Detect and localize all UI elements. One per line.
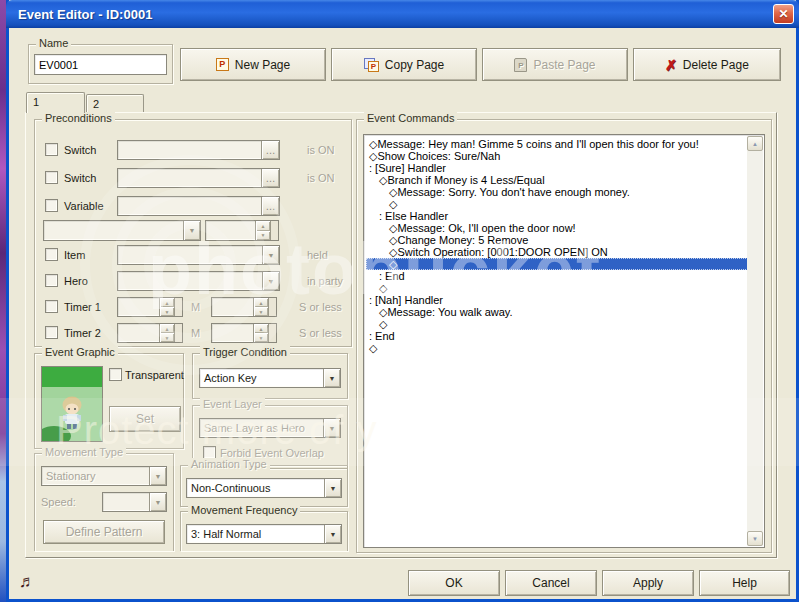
command-line[interactable]: ◇Message: Sorry. You don't have enough m… (366, 186, 746, 198)
timer2-minutes-label: M (191, 327, 200, 339)
timer2-seconds-spin-buttons[interactable]: ▲▼ (253, 324, 268, 342)
command-line[interactable]: ◇ (366, 258, 762, 270)
speed-dropdown-icon[interactable]: ▼ (149, 493, 166, 511)
timer2-label: Timer 2 (64, 327, 101, 339)
movement-type-dropdown-icon[interactable]: ▼ (149, 467, 166, 485)
event-commands-group: Event Commands ◇Message: Hey man! Gimme … (356, 119, 772, 553)
switch1-field[interactable]: … (117, 140, 280, 160)
event-layer-combo[interactable]: Same Layer as Hero ▼ (199, 418, 341, 438)
variable-label: Variable (64, 200, 104, 212)
apply-button[interactable]: Apply (602, 570, 694, 596)
copy-page-label: Copy Page (385, 58, 444, 72)
command-line[interactable]: : [Sure] Handler (366, 162, 746, 174)
delete-page-button[interactable]: ✗ Delete Page (633, 48, 781, 81)
copy-page-icon: P (364, 58, 379, 72)
movement-frequency-combo[interactable]: 3: Half Normal ▼ (186, 524, 342, 544)
command-line[interactable]: ◇Message: You walk away. (366, 306, 746, 318)
hero-combo[interactable]: ▼ (117, 271, 280, 291)
movement-type-combo[interactable]: Stationary ▼ (41, 466, 167, 486)
switch2-checkbox[interactable] (45, 171, 58, 184)
hero-dropdown-icon[interactable]: ▼ (262, 272, 279, 290)
help-button[interactable]: Help (699, 570, 790, 596)
transparent-label: Transparent (125, 369, 184, 381)
switch2-field[interactable]: … (117, 168, 280, 188)
timer2-suffix: S or less (299, 327, 342, 339)
event-graphic-preview[interactable] (41, 366, 103, 442)
timer2-checkbox[interactable] (45, 326, 58, 339)
command-line[interactable]: ◇Message: Hey man! Gimme 5 coins and I'l… (366, 138, 746, 150)
command-line[interactable]: ◇Message: Ok, I'll open the door now! (366, 222, 746, 234)
variable-condition-combo[interactable]: ▼ (43, 220, 201, 241)
transparent-checkbox[interactable] (109, 368, 122, 381)
timer1-seconds-spin-buttons[interactable]: ▲▼ (253, 298, 268, 316)
event-layer-dropdown-icon[interactable]: ▼ (323, 419, 340, 437)
close-button[interactable]: ✕ (773, 4, 794, 24)
variable-field[interactable]: … (117, 196, 280, 216)
name-group: Name (28, 44, 173, 84)
animation-type-combo[interactable]: Non-Continuous ▼ (186, 478, 342, 498)
item-suffix: held (307, 249, 328, 261)
speed-combo[interactable]: ▼ (102, 492, 167, 512)
command-line[interactable]: ◇ (366, 282, 746, 294)
scroll-up-button[interactable]: ▲ (747, 136, 763, 151)
event-name-input[interactable] (34, 54, 167, 75)
switch1-browse-button[interactable]: … (261, 141, 279, 159)
command-line[interactable]: ◇Change Money: 5 Remove (366, 234, 746, 246)
timer2-minutes-spinner[interactable]: ▲▼ (117, 323, 183, 343)
set-graphic-button[interactable]: Set (109, 406, 181, 432)
event-commands-list[interactable]: ◇Message: Hey man! Gimme 5 coins and I'l… (363, 134, 765, 548)
command-line[interactable]: : Else Handler (366, 210, 746, 222)
character-sprite (42, 367, 102, 441)
trigger-condition-group-label: Trigger Condition (200, 346, 290, 358)
hero-checkbox[interactable] (45, 274, 58, 287)
event-graphic-group: Event Graphic (34, 353, 184, 449)
timer1-checkbox[interactable] (45, 300, 58, 313)
event-commands-group-label: Event Commands (364, 112, 457, 124)
switch1-suffix: is ON (307, 144, 335, 156)
command-line[interactable]: : End (366, 270, 746, 282)
command-line[interactable]: ◇Branch if Money is 4 Less/Equal (366, 174, 746, 186)
trigger-condition-dropdown-icon[interactable]: ▼ (323, 369, 340, 387)
ok-button[interactable]: OK (408, 570, 500, 596)
animation-type-dropdown-icon[interactable]: ▼ (324, 479, 341, 497)
timer2-seconds-spinner[interactable]: ▲▼ (211, 323, 277, 343)
tab-page-1[interactable]: 1 (26, 92, 85, 113)
timer1-minutes-label: M (191, 301, 200, 313)
command-line[interactable]: ◇Switch Operation: [0001:DOOR OPEN] ON (366, 246, 746, 258)
tab-page-2[interactable]: 2 (86, 94, 144, 113)
tab-page-panel: Preconditions Switch … is ON Switch … is… (25, 112, 777, 558)
timer1-seconds-spinner[interactable]: ▲▼ (211, 297, 277, 317)
switch2-browse-button[interactable]: … (261, 169, 279, 187)
window-title: Event Editor - ID:0001 (6, 7, 152, 22)
variable-checkbox[interactable] (45, 199, 58, 212)
scroll-down-button[interactable]: ▼ (747, 531, 763, 546)
movement-type-group-label: Movement Type (42, 446, 126, 458)
define-pattern-button[interactable]: Define Pattern (43, 520, 165, 544)
copy-page-button[interactable]: P Copy Page (331, 48, 477, 81)
new-page-button[interactable]: P New Page (180, 48, 326, 81)
command-line[interactable]: : End (366, 330, 746, 342)
timer1-minutes-spinner[interactable]: ▲▼ (117, 297, 183, 317)
variable-browse-button[interactable]: … (261, 197, 279, 215)
command-line[interactable]: ◇ (366, 318, 746, 330)
cancel-button[interactable]: Cancel (505, 570, 597, 596)
timer1-label: Timer 1 (64, 301, 101, 313)
commands-scrollbar[interactable]: ▲ ▼ (747, 136, 763, 546)
movement-frequency-dropdown-icon[interactable]: ▼ (324, 525, 341, 543)
variable-value-spinner[interactable]: ▲▼ (205, 220, 279, 241)
item-combo[interactable]: ▼ (117, 245, 280, 265)
variable-condition-dropdown-icon[interactable]: ▼ (183, 221, 200, 240)
timer1-minutes-spin-buttons[interactable]: ▲▼ (159, 298, 174, 316)
command-line[interactable]: : [Nah] Handler (366, 294, 746, 306)
command-line[interactable]: ◇Show Choices: Sure/Nah (366, 150, 746, 162)
trigger-condition-combo[interactable]: Action Key ▼ (199, 368, 341, 388)
variable-value-spin-buttons[interactable]: ▲▼ (255, 221, 270, 240)
paste-page-button[interactable]: P Paste Page (482, 48, 628, 81)
command-line[interactable]: ◇ (366, 342, 746, 354)
command-line[interactable]: ◇ (366, 198, 746, 210)
switch1-checkbox[interactable] (45, 143, 58, 156)
item-checkbox[interactable] (45, 248, 58, 261)
item-dropdown-icon[interactable]: ▼ (262, 246, 279, 264)
event-graphic-group-label: Event Graphic (42, 346, 118, 358)
timer2-minutes-spin-buttons[interactable]: ▲▼ (159, 324, 174, 342)
